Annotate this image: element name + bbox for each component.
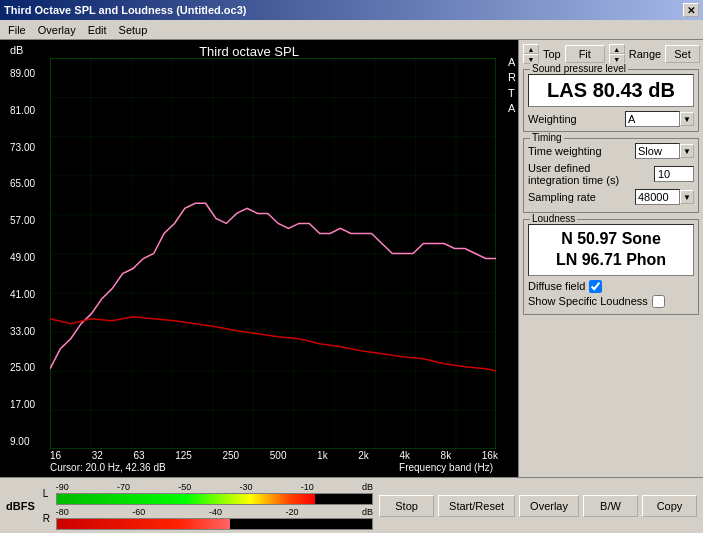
- menu-edit[interactable]: Edit: [82, 22, 113, 38]
- specific-loudness-row: Show Specific Loudness: [528, 295, 694, 308]
- diffuse-field-checkbox[interactable]: [589, 280, 602, 293]
- chart-area: dB Third octave SPL A R T A 89.00 81.00 …: [0, 40, 518, 477]
- weighting-row: Weighting A ▼: [528, 111, 694, 127]
- diffuse-field-row: Diffuse field: [528, 280, 694, 293]
- menu-overlay[interactable]: Overlay: [32, 22, 82, 38]
- weighting-dropdown: A: [625, 111, 680, 127]
- loudness-value-2: LN 96.71 Phon: [533, 250, 689, 271]
- copy-button[interactable]: Copy: [642, 495, 697, 517]
- time-weighting-row: Time weighting Slow ▼: [528, 143, 694, 159]
- sampling-rate-label: Sampling rate: [528, 191, 635, 203]
- top-up-btn[interactable]: ▲: [523, 44, 539, 54]
- meter-r-fill: [57, 519, 230, 529]
- chart-x-labels: 16 32 63 125 250 500 1k 2k 4k 8k 16k: [50, 450, 498, 461]
- specific-loudness-label: Show Specific Loudness: [528, 295, 648, 307]
- time-weighting-value: Slow: [638, 145, 662, 157]
- meter-l-bar: [56, 493, 373, 505]
- top-label: Top: [543, 48, 561, 60]
- chart-y-labels: 89.00 81.00 73.00 65.00 57.00 49.00 41.0…: [10, 68, 35, 447]
- range-label: Range: [629, 48, 661, 60]
- diffuse-field-label: Diffuse field: [528, 280, 585, 292]
- meter-row-r: R -80 -60 -40 -20 dB: [43, 507, 373, 530]
- chart-svg: [50, 58, 496, 449]
- sampling-rate-row: Sampling rate 48000 ▼: [528, 189, 694, 205]
- right-panel: ▲ ▼ Top Fit ▲ ▼ Range Set Sound pressure…: [518, 40, 703, 477]
- sampling-rate-dropdown: 48000: [635, 189, 680, 205]
- range-spin: ▲ ▼: [609, 44, 625, 64]
- top-controls: ▲ ▼ Top Fit ▲ ▼ Range Set: [523, 44, 699, 64]
- time-weighting-label: Time weighting: [528, 145, 635, 157]
- arta-letters: A R T A: [508, 55, 516, 117]
- svg-rect-1: [50, 58, 496, 449]
- sampling-rate-arrow[interactable]: ▼: [680, 190, 694, 204]
- top-spin: ▲ ▼: [523, 44, 539, 64]
- range-up-btn[interactable]: ▲: [609, 44, 625, 54]
- time-weighting-dropdown: Slow: [635, 143, 680, 159]
- weighting-label: Weighting: [528, 113, 577, 125]
- menu-setup[interactable]: Setup: [113, 22, 154, 38]
- title-bar: Third Octave SPL and Loudness (Untitled.…: [0, 0, 703, 20]
- meter-r-container: -80 -60 -40 -20 dB: [56, 507, 373, 530]
- bottom-buttons: Stop Start/Reset Overlay B/W Copy: [379, 495, 697, 517]
- meter-row-l: L -90 -70 -50 -30 -10 dB: [43, 482, 373, 505]
- spl-panel-title: Sound pressure level: [530, 63, 628, 74]
- dbfs-label: dBFS: [6, 500, 35, 512]
- overlay-button[interactable]: Overlay: [519, 495, 579, 517]
- loudness-panel-title: Loudness: [530, 213, 577, 224]
- meter-r-label: R: [43, 513, 53, 524]
- meter-l-container: -90 -70 -50 -30 -10 dB: [56, 482, 373, 505]
- fit-button[interactable]: Fit: [565, 45, 605, 63]
- menu-bar: File Overlay Edit Setup: [0, 20, 703, 40]
- integration-input[interactable]: [654, 166, 694, 182]
- time-weighting-arrow[interactable]: ▼: [680, 144, 694, 158]
- set-button[interactable]: Set: [665, 45, 700, 63]
- stop-button[interactable]: Stop: [379, 495, 434, 517]
- bottom-bar: dBFS L -90 -70 -50 -30 -10 dB R: [0, 477, 703, 533]
- main-content: dB Third octave SPL A R T A 89.00 81.00 …: [0, 40, 703, 477]
- loudness-panel: Loudness N 50.97 Sone LN 96.71 Phon Diff…: [523, 219, 699, 315]
- loudness-display: N 50.97 Sone LN 96.71 Phon: [528, 224, 694, 276]
- close-button[interactable]: ✕: [683, 3, 699, 17]
- integration-label: User definedintegration time (s): [528, 162, 654, 186]
- window-title: Third Octave SPL and Loudness (Untitled.…: [4, 4, 683, 16]
- spl-display: LAS 80.43 dB: [528, 74, 694, 107]
- weighting-value: A: [628, 113, 635, 125]
- timing-panel: Timing Time weighting Slow ▼ User define…: [523, 138, 699, 213]
- meter-r-bar: [56, 518, 373, 530]
- chart-title: Third octave SPL: [0, 44, 498, 59]
- bw-button[interactable]: B/W: [583, 495, 638, 517]
- timing-panel-title: Timing: [530, 132, 564, 143]
- level-meters: L -90 -70 -50 -30 -10 dB R -80: [43, 482, 373, 530]
- integration-row: User definedintegration time (s): [528, 162, 694, 186]
- menu-file[interactable]: File: [2, 22, 32, 38]
- chart-cursor-info: Cursor: 20.0 Hz, 42.36 dB: [50, 462, 166, 473]
- loudness-value-1: N 50.97 Sone: [533, 229, 689, 250]
- meter-l-label: L: [43, 488, 53, 499]
- weighting-dropdown-arrow[interactable]: ▼: [680, 112, 694, 126]
- specific-loudness-checkbox[interactable]: [652, 295, 665, 308]
- sampling-rate-value: 48000: [638, 191, 669, 203]
- spl-value: LAS 80.43 dB: [533, 79, 689, 102]
- meter-l-fill: [57, 494, 316, 504]
- chart-freq-label: Frequency band (Hz): [399, 462, 493, 473]
- start-reset-button[interactable]: Start/Reset: [438, 495, 515, 517]
- spl-panel: Sound pressure level LAS 80.43 dB Weight…: [523, 69, 699, 132]
